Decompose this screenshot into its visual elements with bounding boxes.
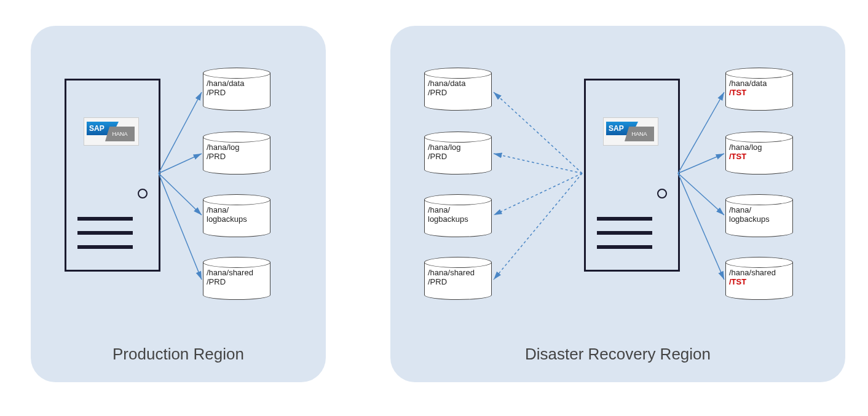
volume-sid: /PRD [207, 88, 268, 97]
hana-logo-text: HANA [625, 127, 654, 141]
sap-hana-logo: SAP HANA [84, 117, 139, 146]
volume-sid: /PRD [428, 152, 489, 161]
volume-sid: logbackups [428, 214, 489, 224]
db-volume: /hana/logbackups [725, 194, 793, 237]
volume-path: /hana/ [207, 205, 268, 214]
server-line-icon [77, 231, 133, 235]
db-volume: /hana/data/TST [725, 68, 793, 111]
volume-sid: /PRD [428, 277, 489, 286]
volume-path: /hana/shared [428, 268, 489, 277]
volume-sid: /PRD [207, 152, 268, 161]
db-volume: /hana/log/PRD [203, 131, 270, 175]
server-handle-icon [138, 189, 148, 198]
sap-hana-logo: SAP HANA [603, 117, 658, 146]
db-volume: /hana/log/PRD [424, 131, 492, 175]
server-line-icon [597, 231, 652, 235]
server-line-icon [77, 217, 133, 221]
volume-path: /hana/data [729, 79, 791, 88]
volume-sid: /TST [729, 277, 791, 286]
volume-sid: /PRD [428, 88, 489, 97]
volume-path: /hana/shared [729, 268, 791, 277]
volume-sid: /PRD [207, 277, 268, 286]
db-volume: /hana/shared/PRD [424, 257, 492, 300]
db-volume: /hana/logbackups [424, 194, 492, 237]
volume-sid: logbackups [729, 214, 791, 224]
volume-path: /hana/shared [207, 268, 268, 277]
db-volume: /hana/data/PRD [424, 68, 492, 111]
server-line-icon [597, 217, 652, 221]
volume-sid: /TST [729, 152, 791, 161]
db-volume: /hana/shared/PRD [203, 257, 270, 300]
volume-sid: /TST [729, 88, 791, 97]
db-volume: /hana/data/PRD [203, 68, 270, 111]
db-volume: /hana/logbackups [203, 194, 270, 237]
server-line-icon [77, 245, 133, 249]
dr-server: SAP HANA [584, 79, 680, 272]
production-server: SAP HANA [65, 79, 160, 272]
server-handle-icon [657, 189, 667, 198]
volume-path: /hana/data [428, 79, 489, 88]
volume-sid: logbackups [207, 214, 268, 224]
production-region-label: Production Region [31, 345, 326, 364]
db-volume: /hana/log/TST [725, 131, 793, 175]
volume-path: /hana/ [729, 205, 791, 214]
volume-path: /hana/ [428, 205, 489, 214]
dr-region-label: Disaster Recovery Region [390, 345, 845, 364]
db-volume: /hana/shared/TST [725, 257, 793, 300]
volume-path: /hana/log [207, 143, 268, 152]
server-line-icon [597, 245, 652, 249]
hana-logo-text: HANA [105, 127, 135, 141]
volume-path: /hana/data [207, 79, 268, 88]
volume-path: /hana/log [428, 143, 489, 152]
volume-path: /hana/log [729, 143, 791, 152]
